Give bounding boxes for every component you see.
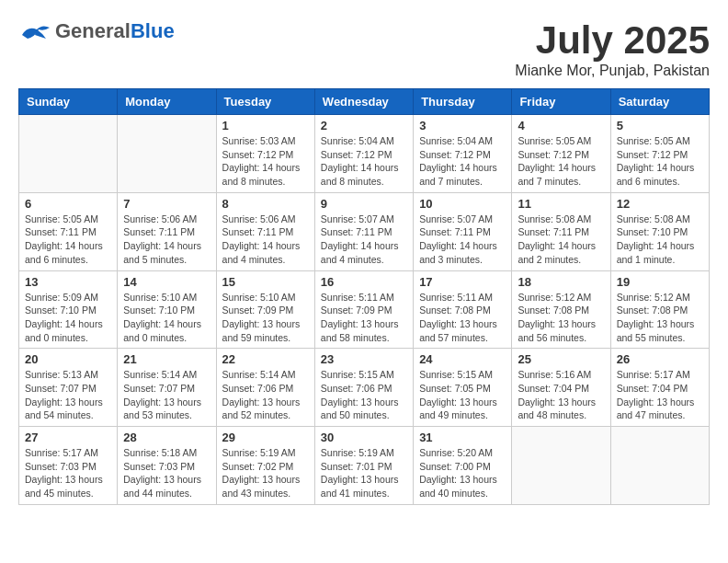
calendar-cell: 12Sunrise: 5:08 AM Sunset: 7:10 PM Dayli… xyxy=(610,192,709,270)
day-number: 21 xyxy=(123,352,210,366)
calendar-cell: 18Sunrise: 5:12 AM Sunset: 7:08 PM Dayli… xyxy=(512,270,610,349)
day-number: 1 xyxy=(222,119,309,132)
calendar-cell: 5Sunrise: 5:05 AM Sunset: 7:12 PM Daylig… xyxy=(610,115,709,193)
calendar-cell: 7Sunrise: 5:06 AM Sunset: 7:11 PM Daylig… xyxy=(118,192,216,270)
day-info: Sunrise: 5:10 AM Sunset: 7:09 PM Dayligh… xyxy=(222,291,309,345)
weekday-header-row: SundayMondayTuesdayWednesdayThursdayFrid… xyxy=(19,89,710,115)
day-number: 26 xyxy=(617,352,703,366)
day-info: Sunrise: 5:06 AM Sunset: 7:11 PM Dayligh… xyxy=(222,213,309,267)
logo: GeneralBlue xyxy=(18,18,175,44)
day-number: 6 xyxy=(25,197,111,211)
calendar-cell: 30Sunrise: 5:19 AM Sunset: 7:01 PM Dayli… xyxy=(314,427,413,505)
day-info: Sunrise: 5:05 AM Sunset: 7:11 PM Dayligh… xyxy=(25,213,111,267)
day-number: 5 xyxy=(617,119,703,132)
day-info: Sunrise: 5:17 AM Sunset: 7:03 PM Dayligh… xyxy=(25,446,111,500)
day-number: 17 xyxy=(419,275,506,289)
calendar-cell: 26Sunrise: 5:17 AM Sunset: 7:04 PM Dayli… xyxy=(610,349,709,427)
day-number: 11 xyxy=(518,197,604,211)
day-info: Sunrise: 5:14 AM Sunset: 7:06 PM Dayligh… xyxy=(222,368,309,422)
day-number: 4 xyxy=(518,119,604,132)
day-info: Sunrise: 5:08 AM Sunset: 7:11 PM Dayligh… xyxy=(518,213,604,267)
calendar-cell: 29Sunrise: 5:19 AM Sunset: 7:02 PM Dayli… xyxy=(216,427,314,505)
calendar-cell: 20Sunrise: 5:13 AM Sunset: 7:07 PM Dayli… xyxy=(19,349,118,427)
day-info: Sunrise: 5:10 AM Sunset: 7:10 PM Dayligh… xyxy=(123,291,210,345)
calendar-week-row: 20Sunrise: 5:13 AM Sunset: 7:07 PM Dayli… xyxy=(19,349,710,427)
day-number: 29 xyxy=(222,431,309,444)
day-info: Sunrise: 5:20 AM Sunset: 7:00 PM Dayligh… xyxy=(419,446,506,500)
calendar-cell xyxy=(118,115,216,193)
day-info: Sunrise: 5:14 AM Sunset: 7:07 PM Dayligh… xyxy=(123,368,210,422)
calendar-cell: 23Sunrise: 5:15 AM Sunset: 7:06 PM Dayli… xyxy=(314,349,413,427)
day-number: 15 xyxy=(222,275,309,289)
day-number: 18 xyxy=(518,275,604,289)
day-number: 13 xyxy=(25,275,111,289)
day-info: Sunrise: 5:12 AM Sunset: 7:08 PM Dayligh… xyxy=(518,291,604,345)
day-info: Sunrise: 5:12 AM Sunset: 7:08 PM Dayligh… xyxy=(617,291,703,345)
title-block: July 2025 Mianke Mor, Punjab, Pakistan xyxy=(515,18,710,79)
day-number: 25 xyxy=(518,352,604,366)
weekday-header-thursday: Thursday xyxy=(414,89,512,115)
day-info: Sunrise: 5:18 AM Sunset: 7:03 PM Dayligh… xyxy=(123,446,210,500)
calendar-cell xyxy=(610,427,709,505)
day-number: 10 xyxy=(419,197,506,211)
day-info: Sunrise: 5:08 AM Sunset: 7:10 PM Dayligh… xyxy=(617,213,703,267)
page-header: GeneralBlue July 2025 Mianke Mor, Punjab… xyxy=(18,18,710,79)
logo-blue-text: Blue xyxy=(131,19,175,42)
day-number: 14 xyxy=(123,275,210,289)
calendar-cell: 13Sunrise: 5:09 AM Sunset: 7:10 PM Dayli… xyxy=(19,270,118,349)
calendar-cell: 16Sunrise: 5:11 AM Sunset: 7:09 PM Dayli… xyxy=(314,270,413,349)
day-info: Sunrise: 5:04 AM Sunset: 7:12 PM Dayligh… xyxy=(321,134,407,189)
calendar-cell: 9Sunrise: 5:07 AM Sunset: 7:11 PM Daylig… xyxy=(314,192,413,270)
day-number: 12 xyxy=(617,197,703,211)
day-info: Sunrise: 5:04 AM Sunset: 7:12 PM Dayligh… xyxy=(419,134,506,189)
weekday-header-friday: Friday xyxy=(512,89,610,115)
day-number: 7 xyxy=(123,197,210,211)
calendar-cell: 25Sunrise: 5:16 AM Sunset: 7:04 PM Dayli… xyxy=(512,349,610,427)
day-info: Sunrise: 5:05 AM Sunset: 7:12 PM Dayligh… xyxy=(518,134,604,189)
month-title: July 2025 xyxy=(515,18,710,63)
day-info: Sunrise: 5:06 AM Sunset: 7:11 PM Dayligh… xyxy=(123,213,210,267)
calendar-cell: 2Sunrise: 5:04 AM Sunset: 7:12 PM Daylig… xyxy=(314,115,413,193)
day-info: Sunrise: 5:15 AM Sunset: 7:06 PM Dayligh… xyxy=(321,368,407,422)
day-info: Sunrise: 5:13 AM Sunset: 7:07 PM Dayligh… xyxy=(25,368,111,422)
day-info: Sunrise: 5:16 AM Sunset: 7:04 PM Dayligh… xyxy=(518,368,604,422)
day-number: 2 xyxy=(321,119,407,132)
day-number: 23 xyxy=(321,352,407,366)
weekday-header-wednesday: Wednesday xyxy=(314,89,413,115)
location-subtitle: Mianke Mor, Punjab, Pakistan xyxy=(515,63,710,79)
calendar-cell: 4Sunrise: 5:05 AM Sunset: 7:12 PM Daylig… xyxy=(512,115,610,193)
day-number: 27 xyxy=(25,431,111,444)
day-number: 24 xyxy=(419,352,506,366)
day-info: Sunrise: 5:07 AM Sunset: 7:11 PM Dayligh… xyxy=(321,213,407,267)
day-number: 19 xyxy=(617,275,703,289)
calendar-cell: 22Sunrise: 5:14 AM Sunset: 7:06 PM Dayli… xyxy=(216,349,314,427)
calendar-week-row: 6Sunrise: 5:05 AM Sunset: 7:11 PM Daylig… xyxy=(19,192,710,270)
logo-icon xyxy=(18,18,51,44)
calendar-cell: 3Sunrise: 5:04 AM Sunset: 7:12 PM Daylig… xyxy=(414,115,512,193)
day-info: Sunrise: 5:11 AM Sunset: 7:08 PM Dayligh… xyxy=(419,291,506,345)
calendar-cell: 10Sunrise: 5:07 AM Sunset: 7:11 PM Dayli… xyxy=(414,192,512,270)
logo-general: General xyxy=(55,19,131,42)
calendar-cell xyxy=(19,115,118,193)
calendar-cell: 17Sunrise: 5:11 AM Sunset: 7:08 PM Dayli… xyxy=(414,270,512,349)
day-number: 28 xyxy=(123,431,210,444)
calendar-cell: 1Sunrise: 5:03 AM Sunset: 7:12 PM Daylig… xyxy=(216,115,314,193)
calendar-cell: 15Sunrise: 5:10 AM Sunset: 7:09 PM Dayli… xyxy=(216,270,314,349)
calendar-week-row: 27Sunrise: 5:17 AM Sunset: 7:03 PM Dayli… xyxy=(19,427,710,505)
day-number: 8 xyxy=(222,197,309,211)
day-number: 30 xyxy=(321,431,407,444)
day-number: 3 xyxy=(419,119,506,132)
day-info: Sunrise: 5:19 AM Sunset: 7:01 PM Dayligh… xyxy=(321,446,407,500)
day-info: Sunrise: 5:09 AM Sunset: 7:10 PM Dayligh… xyxy=(25,291,111,345)
weekday-header-tuesday: Tuesday xyxy=(216,89,314,115)
day-number: 9 xyxy=(321,197,407,211)
weekday-header-saturday: Saturday xyxy=(610,89,709,115)
day-number: 16 xyxy=(321,275,407,289)
calendar-cell: 6Sunrise: 5:05 AM Sunset: 7:11 PM Daylig… xyxy=(19,192,118,270)
day-info: Sunrise: 5:11 AM Sunset: 7:09 PM Dayligh… xyxy=(321,291,407,345)
calendar-cell: 14Sunrise: 5:10 AM Sunset: 7:10 PM Dayli… xyxy=(118,270,216,349)
weekday-header-monday: Monday xyxy=(118,89,216,115)
calendar-cell: 19Sunrise: 5:12 AM Sunset: 7:08 PM Dayli… xyxy=(610,270,709,349)
day-info: Sunrise: 5:03 AM Sunset: 7:12 PM Dayligh… xyxy=(222,134,309,189)
calendar-cell: 11Sunrise: 5:08 AM Sunset: 7:11 PM Dayli… xyxy=(512,192,610,270)
